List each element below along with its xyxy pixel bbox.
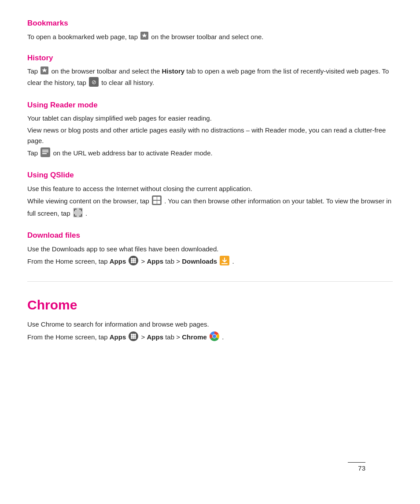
- apps-icon-2: [129, 331, 138, 344]
- downloads-icon: [220, 256, 229, 268]
- svg-rect-7: [42, 150, 48, 151]
- download-files-title: Download files: [27, 230, 393, 241]
- fullscreen-icon: [73, 208, 83, 220]
- svg-point-39: [133, 337, 134, 339]
- history-title: History: [27, 52, 393, 64]
- svg-rect-12: [157, 197, 160, 200]
- svg-rect-9: [42, 153, 47, 154]
- svg-point-35: [131, 335, 133, 337]
- svg-point-38: [131, 337, 133, 339]
- chrome-title: Chrome: [27, 295, 393, 315]
- apps-icon: [129, 256, 138, 268]
- svg-text:⊘: ⊘: [92, 79, 96, 85]
- svg-rect-8: [42, 151, 48, 152]
- svg-point-24: [133, 261, 134, 263]
- chrome-section: Chrome Use Chrome to search for informat…: [27, 281, 393, 344]
- svg-point-33: [133, 334, 134, 335]
- svg-point-18: [133, 258, 134, 260]
- svg-point-17: [131, 258, 133, 260]
- page-number-area: 73: [348, 462, 365, 474]
- download-files-section: Download files Use the Downloads app to …: [27, 230, 393, 268]
- svg-rect-13: [153, 201, 157, 204]
- chrome-icon: [210, 331, 219, 344]
- svg-point-19: [134, 258, 136, 260]
- reader-mode-section: Using Reader mode Your tablet can displa…: [27, 99, 393, 160]
- svg-point-37: [134, 335, 136, 337]
- star-icon-2: [41, 66, 48, 77]
- qslide-icon: [152, 195, 162, 208]
- qslide-title: Using QSlide: [27, 169, 393, 181]
- svg-point-36: [133, 335, 134, 337]
- chrome-body: Use Chrome to search for information and…: [27, 319, 393, 344]
- history-body: Tap on the browser toolbar and select th…: [27, 66, 393, 89]
- svg-point-43: [213, 335, 216, 338]
- reader-mode-body: Your tablet can display simplified web p…: [27, 113, 393, 160]
- qslide-body: Use this feature to access the Internet …: [27, 184, 393, 221]
- bookmarks-body: To open a bookmarked web page, tap on th…: [27, 32, 393, 43]
- svg-point-21: [133, 260, 134, 261]
- svg-point-40: [134, 337, 136, 339]
- download-files-body: Use the Downloads app to see what files …: [27, 244, 393, 269]
- reader-icon: [41, 147, 50, 160]
- svg-point-32: [131, 334, 133, 335]
- svg-point-20: [131, 260, 133, 261]
- svg-point-23: [131, 261, 133, 263]
- page-number: 73: [358, 464, 365, 472]
- history-section: History Tap on the browser toolbar and s…: [27, 52, 393, 90]
- svg-point-25: [134, 261, 136, 263]
- svg-point-34: [134, 334, 136, 335]
- svg-rect-11: [153, 197, 157, 200]
- star-icon: [140, 32, 148, 42]
- qslide-section: Using QSlide Use this feature to access …: [27, 169, 393, 220]
- svg-point-22: [134, 260, 136, 261]
- svg-rect-30: [221, 263, 228, 264]
- reader-mode-title: Using Reader mode: [27, 99, 393, 111]
- clear-history-icon: ⊘: [89, 77, 99, 89]
- page-number-divider: [348, 462, 365, 463]
- bookmarks-title: Bookmarks: [27, 18, 393, 29]
- page-content: Bookmarks To open a bookmarked web page,…: [27, 18, 393, 486]
- svg-rect-14: [157, 201, 160, 204]
- bookmarks-section: Bookmarks To open a bookmarked web page,…: [27, 18, 393, 43]
